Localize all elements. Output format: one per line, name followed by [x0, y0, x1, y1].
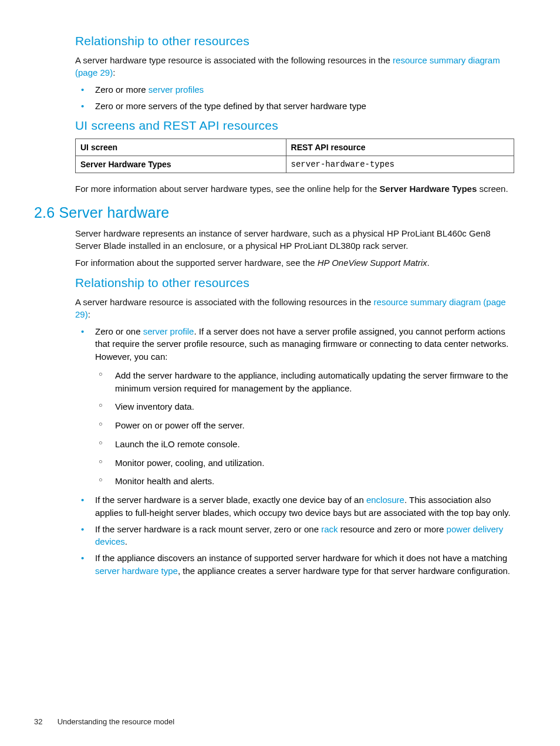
text: A server hardware resource is associated… [75, 297, 374, 307]
list-item: Zero or one server profile. If a server … [75, 325, 514, 488]
section-relationship-1: Relationship to other resources A server… [75, 34, 514, 113]
section-server-hardware: Server hardware represents an instance o… [75, 227, 514, 269]
page-number: 32 [34, 717, 55, 726]
text: A server hardware type resource is assoc… [75, 55, 393, 65]
text: resource and zero or more [338, 524, 447, 534]
para-intro-1: A server hardware type resource is assoc… [75, 54, 514, 79]
footer-title: Understanding the resource model [58, 717, 174, 726]
link-enclosure[interactable]: enclosure [366, 495, 404, 505]
text: : [88, 309, 90, 319]
text: If the server hardware is a server blade… [95, 495, 366, 505]
table-row: UI screen REST API resource [76, 139, 514, 156]
table-cell-rest: server-hardware-types [286, 156, 514, 173]
link-server-hardware-type[interactable]: server hardware type [95, 566, 178, 576]
text: screen. [477, 184, 508, 194]
list-item: Launch the iLO remote console. [95, 438, 514, 451]
bullet-list-1: Zero or more server profiles Zero or mor… [75, 83, 514, 113]
sub-bullet-list: Add the server hardware to the appliance… [95, 369, 514, 488]
text: If the server hardware is a rack mount s… [95, 524, 321, 534]
text: Zero or one [95, 326, 143, 336]
list-item: Monitor health and alerts. [95, 475, 514, 488]
bullet-list-2: Zero or one server profile. If a server … [75, 325, 514, 578]
section-relationship-2: Relationship to other resources A server… [75, 276, 514, 578]
api-resource-table: UI screen REST API resource Server Hardw… [75, 139, 514, 173]
list-item: Zero or more servers of the type defined… [75, 100, 514, 113]
heading-relationship-1: Relationship to other resources [75, 34, 514, 48]
list-item: Zero or more server profiles [75, 83, 514, 96]
para-sh-2: For information about the supported serv… [75, 256, 514, 269]
list-item: If the server hardware is a server blade… [75, 494, 514, 519]
link-rack[interactable]: rack [321, 524, 338, 534]
heading-relationship-2: Relationship to other resources [75, 276, 514, 290]
table-cell-ui: Server Hardware Types [76, 156, 286, 173]
text: . [427, 258, 429, 268]
list-item: Power on or power off the server. [95, 419, 514, 432]
list-item: If the appliance discovers an instance o… [75, 552, 514, 578]
list-item: View inventory data. [95, 400, 514, 413]
text: For information about the supported serv… [75, 258, 318, 268]
text: Zero or more [95, 85, 149, 94]
section-ui-rest: UI screens and REST API resources UI scr… [75, 119, 514, 195]
link-server-profiles[interactable]: server profiles [149, 85, 204, 94]
list-item: Monitor power, cooling, and utilization. [95, 457, 514, 470]
text: . [125, 536, 127, 546]
para-intro-2: A server hardware resource is associated… [75, 296, 514, 320]
text: If the appliance discovers an instance o… [95, 553, 507, 563]
heading-ui-rest: UI screens and REST API resources [75, 119, 514, 133]
text-italic: HP OneView Support Matrix [318, 258, 427, 268]
heading-server-hardware: 2.6 Server hardware [34, 204, 514, 221]
text: , the appliance creates a server hardwar… [178, 566, 510, 576]
para-sh-1: Server hardware represents an instance o… [75, 227, 514, 252]
page-footer: 32 Understanding the resource model [34, 717, 174, 726]
text: For more information about server hardwa… [75, 184, 380, 194]
link-server-profile[interactable]: server profile [143, 326, 194, 336]
text-bold: Server Hardware Types [380, 184, 477, 194]
list-item: Add the server hardware to the appliance… [95, 369, 514, 395]
para-more-info: For more information about server hardwa… [75, 183, 514, 195]
table-header-rest: REST API resource [286, 139, 514, 156]
text: : [113, 67, 115, 77]
table-row: Server Hardware Types server-hardware-ty… [76, 156, 514, 173]
table-header-ui: UI screen [76, 139, 286, 156]
list-item: If the server hardware is a rack mount s… [75, 523, 514, 549]
